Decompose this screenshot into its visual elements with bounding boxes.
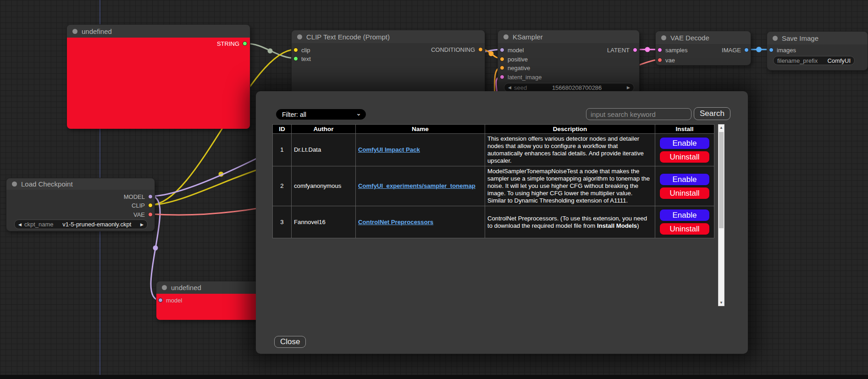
header-id: ID: [273, 125, 292, 134]
node-title: KSampler: [513, 33, 543, 41]
ckpt-name-value[interactable]: v1-5-pruned-emaonly.ckpt: [56, 221, 138, 228]
node-title-bar[interactable]: VAE Decode: [656, 31, 751, 44]
table-scrollbar[interactable]: ▲ ▼: [718, 124, 724, 306]
node-error-body: STRING: [67, 38, 250, 129]
decrement-arrow-icon[interactable]: ◀: [508, 85, 511, 90]
string-port-icon[interactable]: [243, 41, 247, 46]
filename-prefix-value[interactable]: ComfyUI: [820, 57, 851, 64]
node-title: CLIP Text Encode (Prompt): [306, 33, 390, 41]
filter-select-wrap: Filter: all ⌄: [276, 109, 366, 120]
node-title: VAE Decode: [670, 34, 709, 42]
collapse-dot-icon[interactable]: [297, 34, 302, 39]
output-latent: LATENT: [607, 46, 637, 54]
node-title: Load Checkpoint: [21, 180, 73, 188]
enable-button[interactable]: Enable: [659, 173, 710, 186]
table-header-row: ID Author Name Description Install: [273, 125, 714, 134]
row-author: comfyanonymous: [292, 166, 356, 206]
node-title: undefined: [171, 284, 201, 291]
filter-select[interactable]: Filter: all: [276, 109, 366, 120]
collapse-dot-icon[interactable]: [162, 285, 167, 290]
collapse-dot-icon[interactable]: [503, 34, 509, 39]
model-port-icon[interactable]: [500, 48, 504, 52]
scrollbar-thumb[interactable]: [719, 132, 724, 228]
collapse-dot-icon[interactable]: [773, 36, 778, 41]
node-undefined-string[interactable]: undefined STRING: [66, 24, 250, 129]
search-button[interactable]: Search: [694, 107, 730, 120]
seed-value[interactable]: 156680208700286: [530, 84, 624, 91]
increment-arrow-icon[interactable]: ▶: [627, 85, 630, 90]
node-vae-decode[interactable]: VAE Decode samples vae IMAGE: [655, 31, 751, 66]
table-row: 1 Dr.Lt.Data ComfyUI Impact Pack This ex…: [273, 134, 714, 166]
output-string: STRING: [217, 39, 247, 48]
node-load-checkpoint[interactable]: Load Checkpoint MODEL CLIP VAE ◀ ckpt_na…: [6, 178, 155, 231]
node-title-bar[interactable]: undefined: [67, 25, 250, 38]
seed-widget[interactable]: ◀ seed 156680208700286 ▶: [504, 83, 634, 92]
row-description: ControlNet Preprocessors. (To use this e…: [485, 206, 655, 238]
input-positive: positive: [500, 55, 528, 63]
vae-port-icon[interactable]: [658, 58, 662, 62]
extension-link[interactable]: ComfyUI Impact Pack: [358, 146, 420, 153]
increment-arrow-icon[interactable]: ▶: [140, 222, 144, 227]
conditioning-port-icon[interactable]: [478, 47, 483, 52]
latent-port-icon[interactable]: [633, 48, 637, 52]
ckpt-name-widget[interactable]: ◀ ckpt_name v1-5-pruned-emaonly.ckpt ▶: [14, 220, 148, 229]
collapse-dot-icon[interactable]: [661, 35, 666, 40]
node-save-image[interactable]: Save Image images filename_prefix ComfyU…: [767, 31, 868, 71]
input-model: model: [158, 296, 182, 304]
uninstall-button[interactable]: Uninstall: [659, 187, 710, 199]
clip-port-icon[interactable]: [293, 48, 298, 52]
canvas-bottom-edge: [0, 375, 868, 379]
header-author: Author: [292, 125, 356, 134]
output-vae: VAE: [133, 210, 153, 219]
wire-dot-image: [756, 47, 762, 52]
latent-port-icon[interactable]: [658, 48, 662, 52]
node-ksampler[interactable]: KSampler model positive negative latent_…: [498, 30, 640, 96]
extension-table: ID Author Name Description Install 1 Dr.…: [272, 124, 714, 238]
node-title-bar[interactable]: Load Checkpoint: [6, 178, 155, 190]
image-port-icon[interactable]: [769, 48, 774, 52]
search-input[interactable]: [586, 108, 691, 120]
table-row: 3 Fannovel16 ControlNet Preprocessors Co…: [273, 206, 714, 238]
vae-port-icon[interactable]: [148, 212, 153, 217]
input-clip: clip: [293, 46, 310, 54]
output-clip: CLIP: [132, 201, 153, 209]
filename-prefix-widget[interactable]: filename_prefix ComfyUI: [773, 56, 855, 65]
wire-dot-model: [153, 246, 158, 251]
node-title-bar[interactable]: KSampler: [498, 30, 639, 43]
decrement-arrow-icon[interactable]: ◀: [18, 222, 22, 227]
conditioning-port-icon[interactable]: [500, 66, 504, 70]
collapse-dot-icon[interactable]: [12, 181, 17, 187]
conditioning-port-icon[interactable]: [500, 57, 504, 61]
header-name: Name: [356, 125, 485, 134]
latent-port-icon[interactable]: [500, 75, 504, 79]
input-vae: vae: [658, 56, 675, 64]
node-clip-text-encode[interactable]: CLIP Text Encode (Prompt) clip text COND…: [291, 30, 485, 99]
node-title-bar[interactable]: CLIP Text Encode (Prompt): [292, 30, 485, 43]
input-latent-image: latent_image: [500, 73, 542, 81]
wire-dot-string: [268, 49, 273, 54]
model-port-icon[interactable]: [148, 194, 153, 199]
scroll-up-icon[interactable]: ▲: [719, 126, 724, 130]
text-port-icon[interactable]: [293, 56, 298, 61]
input-model: model: [500, 46, 524, 54]
collapse-dot-icon[interactable]: [72, 29, 77, 34]
scroll-down-icon[interactable]: ▼: [719, 301, 724, 305]
uninstall-button[interactable]: Uninstall: [659, 223, 710, 235]
node-title-bar[interactable]: Save Image: [767, 32, 868, 44]
clip-port-icon[interactable]: [148, 203, 153, 208]
node-title: Save Image: [782, 34, 818, 42]
close-button[interactable]: Close: [274, 336, 306, 348]
enable-button[interactable]: Enable: [659, 209, 710, 221]
header-install: Install: [655, 125, 714, 134]
extension-link[interactable]: ComfyUI_experiments/sampler_tonemap: [358, 182, 475, 189]
row-id: 3: [273, 206, 292, 238]
extension-link[interactable]: ControlNet Preprocessors: [358, 219, 433, 225]
model-port-icon[interactable]: [158, 298, 163, 302]
uninstall-button[interactable]: Uninstall: [659, 151, 710, 163]
wire-dot-cond: [489, 51, 494, 56]
node-title: undefined: [82, 27, 112, 35]
image-port-icon[interactable]: [744, 48, 749, 52]
row-description: ModelSamplerTonemapNoiseTest a node that…: [485, 166, 655, 206]
node-graph-canvas[interactable]: undefined STRING CLIP Text Encode (Promp…: [0, 0, 868, 379]
enable-button[interactable]: Enable: [659, 137, 710, 149]
